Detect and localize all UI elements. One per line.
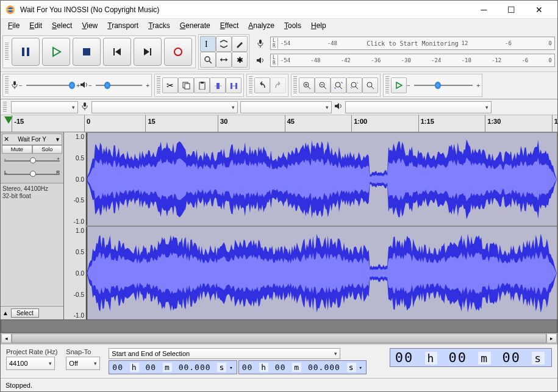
playback-volume-slider[interactable]: −+ [88,79,149,91]
track-name-dropdown[interactable]: ✕ Wait For Y ▼ [2,134,62,145]
recording-volume-slider[interactable]: −+ [19,79,80,91]
minimize-button[interactable]: ─ [470,1,498,18]
project-rate-combo[interactable]: 44100 [6,357,55,370]
scrollbar-thumb[interactable] [12,333,546,343]
svg-marker-8 [115,48,121,55]
amplitude-scale: 1.00.50.0-0.5-1.0 [64,226,86,319]
playback-meter[interactable]: LR -54-48-42-36-30-24-18-12-60 [270,54,555,67]
gain-slider[interactable]: - + [4,155,60,167]
play-at-speed-button[interactable] [391,77,407,93]
recording-meter[interactable]: LR -54-48--8-12-60 Click to Start Monito… [270,37,555,50]
selection-start-time[interactable]: 00 h 00 m 00.000 s▾ [109,360,237,374]
maximize-button[interactable]: ☐ [498,1,525,18]
menu-help[interactable]: Help [306,20,331,31]
svg-line-14 [209,61,212,63]
audio-host-combo[interactable] [11,101,78,113]
skip-end-button[interactable] [134,38,162,66]
trim-button[interactable] [210,77,226,93]
play-button[interactable] [42,38,70,66]
svg-text:✱: ✱ [237,55,243,64]
toolbar-grip[interactable] [5,43,9,61]
timeline-tick: 15 [145,115,155,132]
timeline-tick: -15 [12,115,24,132]
horizontal-scrollbar[interactable]: ◂ ▸ [1,333,557,344]
snap-to-combo[interactable]: Off [66,357,100,370]
mixer-toolbar: −+ −+ [2,74,152,97]
undo-toolbar [246,74,288,97]
toolbar-grip[interactable] [385,76,389,94]
track-format-info: Stereo, 44100Hz 32-bit float [1,184,63,202]
multi-tool[interactable]: ✱ [232,52,248,68]
track-name-label: Wait For Y [10,136,54,143]
svg-rect-21 [13,81,16,85]
device-toolbar [1,99,557,115]
menu-tools[interactable]: Tools [279,20,306,31]
svg-line-41 [340,87,342,89]
svg-point-13 [205,57,210,62]
timeline-tick: 45 [285,115,295,132]
fit-selection-button[interactable] [331,77,346,93]
scroll-left-button[interactable]: ◂ [1,333,12,343]
track-select-button[interactable]: Select [11,308,39,318]
mute-button[interactable]: Mute [2,145,32,154]
pause-button[interactable] [12,38,40,66]
svg-marker-9 [144,48,149,55]
timeline-ruler[interactable]: -1501530451:001:151:301:45 [1,115,557,132]
skip-start-button[interactable] [103,38,131,66]
stop-button[interactable] [73,38,101,66]
menu-select[interactable]: Select [47,20,77,31]
playback-speed-slider[interactable]: −+ [407,79,480,91]
menu-transport[interactable]: Transport [102,20,143,31]
menu-view[interactable]: View [77,20,102,31]
selection-end-time[interactable]: 00 h 00 m 00.000 s▾ [238,360,367,374]
waveform-left-channel[interactable] [86,132,557,226]
snap-to-label: Snap-To [66,348,100,355]
edit-toolbar: ✂ [154,74,244,97]
svg-marker-16 [220,58,222,62]
recording-device-combo[interactable] [91,101,238,113]
zoom-tool[interactable] [200,52,216,68]
pan-slider[interactable]: L R [4,168,60,180]
fit-project-button[interactable] [346,77,362,93]
toolbar-grip[interactable] [249,76,252,94]
recording-meter-message[interactable]: Click to Start Monitoring [363,40,462,47]
record-button[interactable] [164,38,192,66]
tools-toolbar: I ✱ [198,34,249,69]
menu-tracks[interactable]: Tracks [143,20,175,31]
toolbar-grip[interactable] [293,76,297,94]
menu-analyze[interactable]: Analyze [243,20,279,31]
scroll-right-button[interactable]: ▸ [546,333,557,343]
collapse-icon[interactable]: ▲ [2,310,9,316]
playback-device-combo[interactable] [345,101,492,113]
copy-button[interactable] [178,77,194,93]
recording-channels-combo[interactable] [240,101,332,113]
toolbar-grip[interactable] [157,76,160,94]
toolbar-grip[interactable] [3,102,7,113]
envelope-tool[interactable] [216,36,232,52]
selection-mode-combo[interactable]: Start and End of Selection [109,348,340,359]
draw-tool[interactable] [232,36,248,52]
paste-button[interactable] [194,77,210,93]
toolbar-grip[interactable] [5,76,9,94]
waveform-right-channel[interactable] [86,226,557,319]
menu-edit[interactable]: Edit [24,20,47,31]
waveform-area[interactable]: 1.00.50.0-0.5-1.0 1.00.50.0-0.5-1.0 [64,132,557,319]
undo-button[interactable] [254,77,270,93]
menu-generate[interactable]: Generate [175,20,215,31]
zoom-toggle-button[interactable] [362,77,378,93]
solo-button[interactable]: Solo [32,145,63,154]
close-button[interactable]: ✕ [525,1,553,18]
selection-toolbar: Project Rate (Hz) 44100 Snap-To Off Star… [1,344,557,378]
redo-button[interactable] [270,77,286,93]
cut-button[interactable]: ✂ [162,77,178,93]
timeshift-tool[interactable] [216,52,232,68]
menu-effect[interactable]: Effect [215,20,243,31]
zoom-out-button[interactable] [315,77,331,93]
zoom-in-button[interactable] [299,77,315,93]
svg-rect-31 [235,83,237,89]
silence-button[interactable] [226,77,241,93]
menu-file[interactable]: File [3,20,24,31]
audio-position-time[interactable]: 00 h 00 m 00 s [390,348,552,367]
selection-tool[interactable]: I [200,36,216,52]
svg-point-42 [351,82,356,87]
